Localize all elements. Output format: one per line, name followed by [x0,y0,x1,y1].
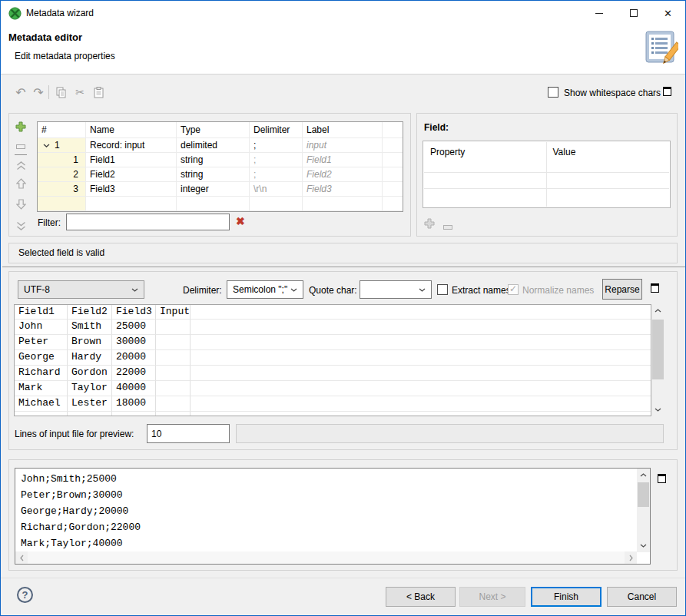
preview-cell[interactable]: 25000 [112,320,156,335]
col-header-label[interactable]: Label [303,122,383,138]
extract-names-checkbox[interactable] [437,284,448,297]
preview-lines-input[interactable] [147,424,230,443]
maximize-view-icon[interactable] [663,87,671,98]
undo-button[interactable]: ↶ [13,84,28,101]
preview-col-header[interactable]: Field1 [15,305,68,320]
field-row-name[interactable]: Field1 [86,153,177,167]
field-row-type[interactable]: string [177,167,250,182]
delimiter-select[interactable]: Semicolon ";" [227,280,303,299]
undo-icon: ↶ [15,85,25,100]
field-row-name[interactable]: Field3 [86,182,177,197]
scroll-left-button[interactable] [15,551,28,564]
preview-cell[interactable]: Hardy [68,350,112,366]
cancel-button[interactable]: Cancel [607,587,677,607]
property-col-header[interactable]: Property [424,142,547,173]
quote-char-select[interactable] [360,280,432,299]
preview-cell[interactable]: Brown [68,335,112,350]
preview-cell[interactable]: George [15,350,68,366]
preview-cell[interactable]: Smith [68,320,112,335]
minimize-button[interactable] [582,1,616,25]
preview-cell[interactable]: 18000 [112,396,156,412]
maximize-view-icon[interactable] [651,283,659,295]
finish-button[interactable]: Finish [531,587,601,607]
horizontal-splitter[interactable] [2,267,685,270]
remove-property-button[interactable] [443,221,452,232]
move-bottom-button[interactable] [13,219,28,233]
filter-label: Filter: [38,217,61,228]
value-col-header[interactable]: Value [547,142,670,173]
move-top-button[interactable] [13,159,28,173]
record-row-name[interactable]: Record: input [86,138,177,153]
raw-input-textarea[interactable]: John;Smith;25000 Peter;Brown;30000 Georg… [15,468,651,565]
preview-cell[interactable]: 22000 [112,366,156,381]
preview-cell[interactable]: Taylor [68,381,112,396]
col-header-type[interactable]: Type [177,122,250,138]
record-row-label[interactable]: input [303,138,383,153]
preview-cell[interactable]: John [15,320,68,335]
add-field-button[interactable] [13,120,28,134]
col-header-num[interactable]: # [38,122,86,138]
col-header-name[interactable]: Name [86,122,177,138]
charset-value: UTF-8 [24,284,50,295]
window-title: Metadata wizard [26,8,94,18]
add-property-button[interactable] [424,218,435,231]
scroll-down-button[interactable] [637,539,650,552]
field-row-num[interactable]: 3 [38,182,86,197]
record-row-delimiter[interactable]: ; [250,138,303,153]
preview-cell[interactable]: 20000 [112,350,156,366]
raw-vertical-scrollbar[interactable] [637,469,650,552]
move-up-button[interactable] [13,177,28,190]
close-button[interactable]: ✕ [651,1,685,25]
scroll-down-button[interactable] [651,403,664,416]
scroll-up-button[interactable] [651,304,664,317]
copy-button[interactable] [54,84,69,101]
charset-select[interactable]: UTF-8 [18,280,144,299]
move-down-button[interactable] [13,197,28,211]
col-header-delimiter[interactable]: Delimiter [250,122,303,138]
raw-line: Peter;Brown;30000 [21,489,123,501]
redo-button[interactable]: ↷ [31,84,46,101]
filter-input[interactable] [66,214,230,230]
preview-scrollbar[interactable] [651,304,664,416]
record-row-num[interactable]: 1 [38,138,86,153]
record-row-type[interactable]: delimited [177,138,250,153]
preview-cell[interactable]: Lester [68,396,112,412]
preview-cell[interactable]: Peter [15,335,68,350]
property-table: Property Value [423,141,671,208]
show-whitespace-checkbox[interactable] [548,87,558,100]
scroll-up-button[interactable] [637,469,650,482]
help-button[interactable]: ? [17,587,33,603]
clear-filter-button[interactable]: ✖ [236,215,245,227]
reparse-button[interactable]: Reparse [602,279,642,300]
scroll-right-button[interactable] [625,551,637,564]
cut-button[interactable]: ✂ [72,84,88,101]
field-row-num[interactable]: 2 [38,167,86,182]
field-row-label[interactable]: Field1 [303,153,383,167]
back-button[interactable]: < Back [386,587,456,607]
field-row-label[interactable]: Field2 [303,167,383,182]
preview-cell[interactable]: Richard [15,366,68,381]
preview-col-header[interactable]: Input [156,305,191,320]
field-row-num[interactable]: 1 [38,153,86,167]
preview-cell[interactable]: Gordon [68,366,112,381]
expand-chevron-icon[interactable] [43,144,50,147]
preview-cell[interactable]: Mark [15,381,68,396]
raw-horizontal-scrollbar[interactable] [15,551,637,564]
field-row-label[interactable]: Field3 [303,182,383,197]
field-row-type[interactable]: integer [177,182,250,197]
preview-cell[interactable]: 30000 [112,335,156,350]
scrollbar-thumb[interactable] [652,320,664,379]
maximize-button[interactable] [616,1,651,25]
field-row-name[interactable]: Field2 [86,167,177,182]
field-row-delimiter[interactable]: \r\n [250,182,303,197]
preview-col-header[interactable]: Field3 [112,305,156,320]
preview-cell[interactable]: Michael [15,396,68,412]
preview-col-header[interactable]: Field2 [68,305,112,320]
field-row-delimiter[interactable]: ; [250,153,303,167]
field-row-type[interactable]: string [177,153,250,167]
maximize-view-icon[interactable] [658,474,666,485]
preview-cell[interactable]: 40000 [112,381,156,396]
paste-button[interactable] [91,84,106,101]
field-row-delimiter[interactable]: ; [250,167,303,182]
scrollbar-thumb[interactable] [638,482,649,507]
